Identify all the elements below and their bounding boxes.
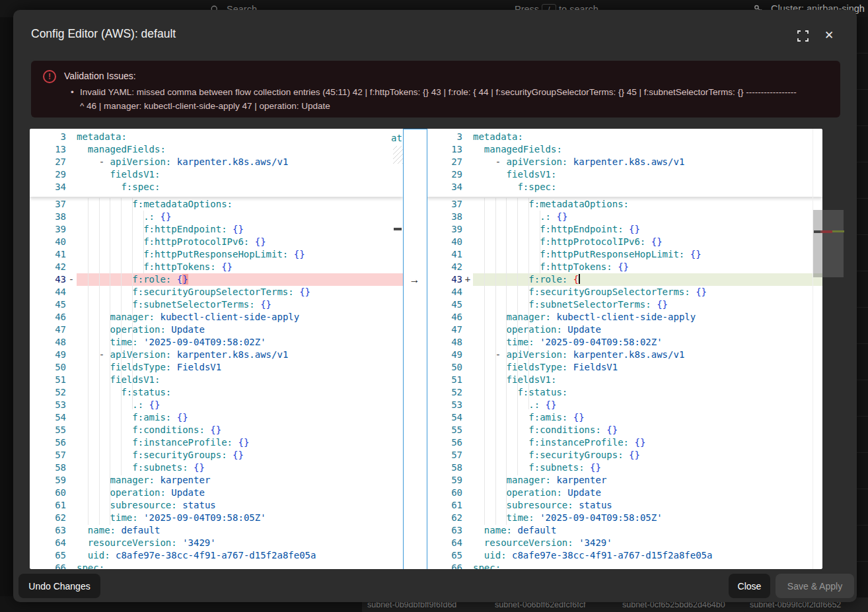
line-number: 61 [30, 499, 66, 512]
diff-sign [66, 374, 77, 386]
diff-sign [462, 374, 473, 386]
diff-sign [462, 311, 473, 323]
line-number: 60 [30, 487, 66, 499]
code-line: 3metadata: [30, 131, 403, 143]
line-number: 63 [30, 524, 66, 537]
diff-sign [66, 323, 77, 336]
original-code[interactable]: 37 f:metadataOptions:38 .: {}39 f:httpEn… [30, 198, 403, 569]
code-text: fieldsV1: [473, 374, 822, 386]
code-text: subresource: status [473, 499, 822, 512]
indent-guide [517, 198, 518, 475]
code-text: f:httpTokens: {} [473, 261, 822, 273]
code-line: 45 f:subnetSelectorTerms: {} [426, 298, 822, 311]
code-text: fieldsType: FieldsV1 [473, 361, 822, 374]
code-line: 27 - apiVersion: karpenter.k8s.aws/v1 [30, 156, 403, 168]
code-text: f:role: { [473, 273, 822, 286]
code-line: 58 f:subnets: {} [30, 461, 403, 474]
validation-item: • Invalid YAML: missed comma between flo… [71, 85, 830, 113]
diff-sign [462, 411, 473, 424]
diff-sign [66, 211, 77, 223]
code-text: manager: karpenter [473, 474, 822, 487]
original-pane[interactable]: 3metadata:13 managedFields:27 - apiVersi… [30, 129, 403, 569]
code-text: f:subnetSelectorTerms: {} [473, 298, 822, 311]
undo-changes-button[interactable]: Undo Changes [18, 574, 100, 598]
diff-sign [462, 436, 473, 449]
code-text: f:instanceProfile: {} [473, 436, 822, 449]
diff-sign [462, 474, 473, 487]
diff-sign [66, 424, 77, 436]
code-text: f:httpEndpoint: {} [473, 223, 822, 236]
diff-sign [66, 386, 77, 399]
code-text: f:amis: {} [77, 411, 403, 424]
error-icon: ! [43, 70, 56, 83]
expand-button[interactable] [795, 29, 810, 42]
diff-sign [66, 336, 77, 349]
code-line: 46 manager: kubectl-client-side-apply [426, 311, 822, 323]
code-text: f:spec: [77, 181, 403, 193]
diff-sign [462, 198, 473, 211]
code-text: subresource: status [77, 499, 403, 512]
diff-sign [462, 499, 473, 512]
line-number: 45 [30, 298, 66, 311]
line-number: 43 [426, 273, 462, 286]
code-line: 60 operation: Update [426, 487, 822, 499]
line-number: 46 [426, 311, 462, 323]
code-line: 63 name: default [426, 524, 822, 537]
diff-sign [462, 537, 473, 549]
line-number: 56 [30, 436, 66, 449]
validation-message-line2: ^ 46 | manager: kubectl-client-side-appl… [80, 99, 797, 113]
code-text: fieldsType: FieldsV1 [77, 361, 403, 374]
diff-sash[interactable] [403, 129, 427, 569]
diff-sign [462, 386, 473, 399]
diff-sign [66, 487, 77, 499]
code-line: 49 - apiVersion: karpenter.k8s.aws/v1 [426, 349, 822, 361]
code-line: 61 subresource: status [426, 499, 822, 512]
diff-sign [462, 236, 473, 248]
code-text: time: '2025-09-04T09:58:05Z' [77, 512, 403, 524]
line-number: 41 [426, 248, 462, 261]
diff-sign [462, 131, 473, 143]
code-text: f:httpTokens: {} [77, 261, 403, 273]
code-text: f:securityGroups: {} [77, 449, 403, 461]
diff-sign [462, 361, 473, 374]
code-line: 46 manager: kubectl-client-side-apply [30, 311, 403, 323]
code-line: 47 operation: Update [30, 323, 403, 336]
modified-pane[interactable]: 3metadata:13 managedFields:27 - apiVersi… [426, 129, 822, 569]
line-number: 55 [426, 424, 462, 436]
expand-icon [797, 30, 809, 42]
sticky-scroll-header: 3metadata:13 managedFields:27 - apiVersi… [426, 129, 822, 197]
indent-guide [110, 198, 110, 525]
code-line: 62 time: '2025-09-04T09:58:05Z' [30, 512, 403, 524]
modified-code[interactable]: 37 f:metadataOptions:38 .: {}39 f:httpEn… [426, 198, 822, 569]
diff-sign [462, 512, 473, 524]
diff-sign [66, 399, 77, 411]
code-text: uid: c8afe97e-38cc-4f91-a767-d15f2a8fe05… [77, 549, 403, 562]
close-footer-button[interactable]: Close [729, 574, 770, 598]
code-line: 39 f:httpEndpoint: {} [426, 223, 822, 236]
save-apply-button[interactable]: Save & Apply [776, 574, 854, 598]
scrollbar-slider[interactable] [813, 210, 822, 277]
code-text: fieldsV1: [473, 168, 822, 181]
diff-sign [66, 143, 77, 156]
overview-ruler[interactable] [822, 210, 844, 277]
yaml-diff-editor[interactable]: 3metadata:13 managedFields:27 - apiVersi… [30, 129, 822, 569]
line-number: 27 [30, 156, 66, 168]
code-text: time: '2025-09-04T09:58:02Z' [77, 336, 403, 349]
diff-sign [66, 156, 77, 168]
code-text: f:instanceProfile: {} [77, 436, 403, 449]
code-line: 42 f:httpTokens: {} [426, 261, 822, 273]
code-line: 29 fieldsV1: [426, 168, 822, 181]
revert-change-button[interactable]: → [403, 273, 426, 286]
code-line: 47 operation: Update [426, 323, 822, 336]
diff-sign [66, 436, 77, 449]
indent-guide [506, 198, 507, 525]
code-line: 51 fieldsV1: [426, 374, 822, 386]
line-number: 55 [30, 424, 66, 436]
close-button[interactable]: ✕ [822, 29, 836, 42]
scrollbar-track[interactable] [813, 129, 822, 569]
line-number: 34 [426, 181, 462, 193]
indent-guide [121, 198, 122, 475]
code-line: 43+ f:role: { [426, 273, 822, 286]
diff-sign [462, 524, 473, 537]
line-number: 64 [426, 537, 462, 549]
